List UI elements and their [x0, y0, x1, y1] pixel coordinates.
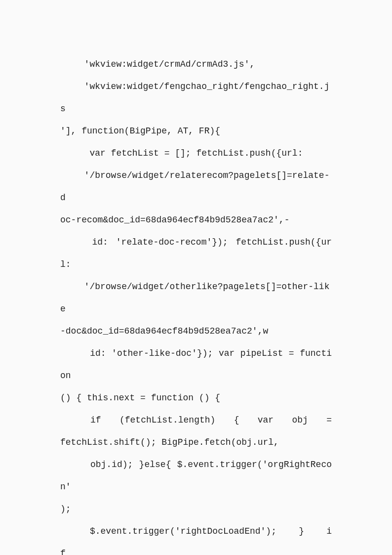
code-line: if (fetchList.length) { var obj =: [60, 409, 332, 431]
code-line: id: 'relate-doc-recom'}); fetchList.push…: [60, 231, 332, 276]
code-line: () { this.next = function () {: [60, 387, 332, 409]
code-line: var fetchList = []; fetchList.push({url:: [60, 142, 332, 165]
code-line: '/browse/widget/relaterecom?pagelets[]=r…: [60, 165, 332, 209]
code-line: fetchList.shift(); BigPipe.fetch(obj.url…: [60, 431, 332, 454]
code-line: oc-recom&doc_id=68da964ecf84b9d528ea7ac2…: [60, 209, 332, 231]
code-line: obj.id); }else{ $.event.trigger('orgRigh…: [60, 454, 332, 498]
code-line: 'wkview:widget/crmAd/crmAd3.js',: [60, 53, 332, 76]
code-line: 'wkview:widget/fengchao_right/fengchao_r…: [60, 76, 332, 120]
document-page: 'wkview:widget/crmAd/crmAd3.js', 'wkview…: [60, 53, 332, 555]
code-line: );: [60, 498, 332, 520]
code-line: id: 'other-like-doc'}); var pipeList = f…: [60, 342, 332, 387]
code-line: -doc&doc_id=68da964ecf84b9d528ea7ac2',w: [60, 320, 332, 342]
code-line: $.event.trigger('rightDocLoadEnd'); } if: [60, 520, 332, 555]
code-line: '], function(BigPipe, AT, FR){: [60, 120, 332, 142]
code-line: '/browse/widget/otherlike?pagelets[]=oth…: [60, 276, 332, 320]
